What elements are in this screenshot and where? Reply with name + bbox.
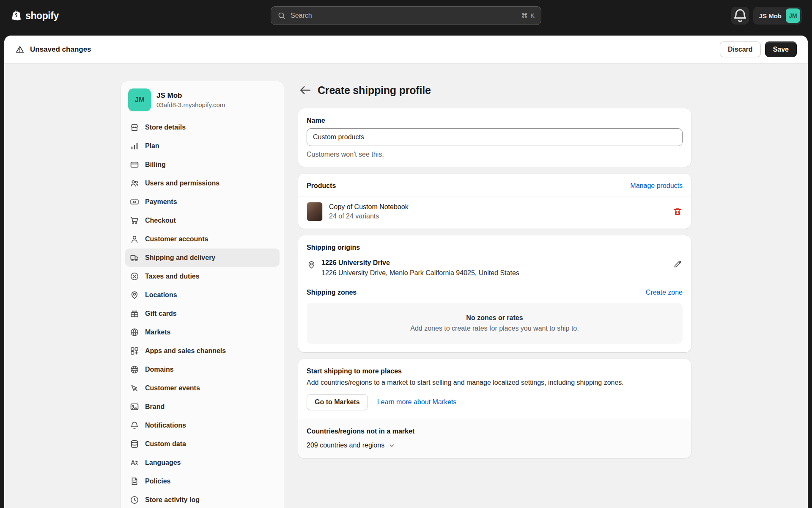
markets-card-body: Add countries/regions to a market to sta… <box>307 379 683 387</box>
sidebar-item-notifications[interactable]: Notifications <box>125 416 280 434</box>
sidebar-item-taxes-and-duties[interactable]: Taxes and duties <box>125 267 280 285</box>
sidebar-item-customer-events[interactable]: Customer events <box>125 379 280 397</box>
store-domain: 03afd8-3.myshopify.com <box>156 101 225 108</box>
learn-more-markets-link[interactable]: Learn more about Markets <box>377 398 457 406</box>
edit-origin-button[interactable] <box>673 259 683 269</box>
sidebar-item-domains[interactable]: Domains <box>125 360 280 378</box>
countries-section: Countries/regions not in a market 209 co… <box>298 419 691 458</box>
main-content: Create shipping profile Name Customers w… <box>298 81 691 490</box>
chevron-down-icon <box>388 442 396 450</box>
origin-name: 1226 University Drive <box>321 259 519 267</box>
settings-sidebar: JM JS Mob 03afd8-3.myshopify.com Store d… <box>121 81 284 508</box>
products-card-title: Products <box>307 182 336 190</box>
go-to-markets-button[interactable]: Go to Markets <box>307 394 368 410</box>
domains-icon <box>129 364 140 375</box>
users-icon <box>129 178 140 188</box>
sidebar-item-customer-accounts[interactable]: Customer accounts <box>125 230 280 248</box>
checkout-icon <box>129 215 140 226</box>
back-arrow-icon <box>298 83 313 97</box>
bell-icon <box>731 7 749 25</box>
countries-toggle-label: 209 countries and regions <box>307 442 384 449</box>
settings-nav: Store detailsPlanBillingUsers and permis… <box>121 116 284 508</box>
product-name: Copy of Custom Notebook <box>329 203 409 211</box>
sidebar-item-gift-cards[interactable]: Gift cards <box>125 304 280 323</box>
search-input[interactable] <box>291 12 517 19</box>
payments-icon <box>129 197 140 207</box>
notifications-icon <box>129 420 140 431</box>
taxes-icon <box>129 271 140 282</box>
shopify-bag-icon <box>10 9 23 22</box>
products-card: Products Manage products Copy of Custom … <box>298 174 691 229</box>
markets-card: Start shipping to more places Add countr… <box>298 359 691 458</box>
name-help-text: Customers won't see this. <box>307 151 683 158</box>
product-row: Copy of Custom Notebook 24 of 24 variant… <box>298 196 691 229</box>
sidebar-item-shipping-and-delivery[interactable]: Shipping and delivery <box>125 248 280 267</box>
markets-icon <box>129 327 140 337</box>
zones-empty-title: No zones or rates <box>315 314 674 322</box>
shipping-zones-title: Shipping zones <box>307 289 357 296</box>
sidebar-item-languages[interactable]: Languages <box>125 453 280 472</box>
name-field-label: Name <box>307 117 683 124</box>
back-button[interactable] <box>298 83 313 97</box>
sidebar-item-locations[interactable]: Locations <box>125 286 280 304</box>
sidebar-item-custom-data[interactable]: Custom data <box>125 435 280 453</box>
plan-icon <box>129 141 140 151</box>
product-variants: 24 of 24 variants <box>329 213 409 220</box>
unsaved-changes-bar: Unsaved changes Discard Save <box>4 36 808 64</box>
gift-cards-icon <box>129 309 140 319</box>
store-icon <box>129 122 140 133</box>
manage-products-link[interactable]: Manage products <box>630 182 683 190</box>
create-zone-link[interactable]: Create zone <box>646 289 683 296</box>
origin-address: 1226 University Drive, Menlo Park Califo… <box>321 269 519 277</box>
shipping-icon <box>129 253 140 263</box>
custom-data-icon <box>129 439 140 449</box>
sidebar-item-checkout[interactable]: Checkout <box>125 211 280 229</box>
locations-icon <box>129 290 140 300</box>
store-avatar: JM <box>128 88 151 111</box>
page-title: Create shipping profile <box>318 84 431 97</box>
sidebar-item-store-activity-log[interactable]: Store activity log <box>125 491 280 508</box>
customer-accounts-icon <box>129 234 140 244</box>
billing-icon <box>129 160 140 170</box>
sidebar-item-users-and-permissions[interactable]: Users and permissions <box>125 174 280 192</box>
location-pin-icon <box>307 260 316 270</box>
shopify-logo[interactable]: shopify <box>10 9 59 22</box>
pencil-icon <box>673 259 683 269</box>
apps-icon <box>129 346 140 356</box>
shipping-origins-card: Shipping origins 1226 University Drive 1… <box>298 235 691 352</box>
origins-card-title: Shipping origins <box>307 244 683 251</box>
markets-card-title: Start shipping to more places <box>307 367 683 375</box>
discard-button[interactable]: Discard <box>720 41 761 58</box>
user-avatar: JM <box>786 8 800 23</box>
global-search[interactable]: ⌘ K <box>271 6 541 25</box>
sidebar-item-brand[interactable]: Brand <box>125 398 280 416</box>
search-icon <box>277 11 286 20</box>
profile-name-input[interactable] <box>307 128 683 146</box>
brand-icon <box>129 402 140 412</box>
shopify-wordmark: shopify <box>25 10 59 22</box>
warning-icon <box>15 45 25 54</box>
sidebar-item-apps-and-sales-channels[interactable]: Apps and sales channels <box>125 342 280 360</box>
user-menu-label: JS Mob <box>759 12 782 19</box>
policies-icon <box>129 476 140 486</box>
store-name: JS Mob <box>156 91 225 100</box>
save-button[interactable]: Save <box>765 41 797 58</box>
top-bar: shopify ⌘ K JS Mob JM <box>0 0 812 31</box>
name-card: Name Customers won't see this. <box>298 108 691 167</box>
user-menu[interactable]: JS Mob JM <box>753 7 802 25</box>
countries-title: Countries/regions not in a market <box>307 428 683 435</box>
delete-product-button[interactable] <box>672 207 683 217</box>
sidebar-item-policies[interactable]: Policies <box>125 472 280 490</box>
sidebar-item-markets[interactable]: Markets <box>125 323 280 341</box>
sidebar-item-store-details[interactable]: Store details <box>125 118 280 136</box>
sidebar-item-plan[interactable]: Plan <box>125 137 280 155</box>
origin-row: 1226 University Drive 1226 University Dr… <box>307 259 683 277</box>
zones-empty-state: No zones or rates Add zones to create ra… <box>307 303 683 344</box>
notifications-button[interactable] <box>731 7 749 25</box>
languages-icon <box>129 458 140 468</box>
countries-toggle[interactable]: 209 countries and regions <box>307 442 396 450</box>
product-thumbnail <box>307 202 323 221</box>
sidebar-item-billing[interactable]: Billing <box>125 155 280 174</box>
zones-empty-subtitle: Add zones to create rates for places you… <box>315 325 674 332</box>
sidebar-item-payments[interactable]: Payments <box>125 193 280 211</box>
